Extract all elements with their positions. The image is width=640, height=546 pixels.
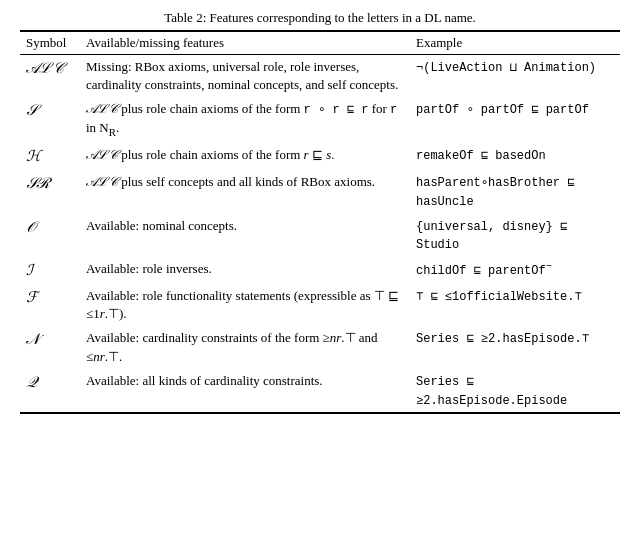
cell-example: ¬(LiveAction ⊔ Animation) [410,55,620,98]
cell-features: 𝒜ℒ𝒞 plus self concepts and all kinds of … [80,170,410,214]
table-row: 𝒮ℛ𝒜ℒ𝒞 plus self concepts and all kinds o… [20,170,620,214]
cell-symbol: ℐ [20,257,80,284]
cell-symbol: ℋ [20,143,80,170]
table-row: 𝒬Available: all kinds of cardinality con… [20,369,620,414]
features-table: Symbol Available/missing features Exampl… [20,30,620,414]
cell-features: 𝒜ℒ𝒞 plus role chain axioms of the form r… [80,97,410,143]
cell-features: Available: all kinds of cardinality cons… [80,369,410,414]
cell-features: Missing: RBox axioms, universal role, ro… [80,55,410,98]
cell-symbol: ℱ [20,284,80,326]
table-row: 𝒜ℒ𝒞Missing: RBox axioms, universal role,… [20,55,620,98]
col-header-example: Example [410,31,620,55]
cell-example: remakeOf ⊑ basedOn [410,143,620,170]
table-row: ℐAvailable: role inverses.childOf ⊑ pare… [20,257,620,284]
cell-example: ⊤ ⊑ ≤1officialWebsite.⊤ [410,284,620,326]
cell-example: childOf ⊑ parentOf− [410,257,620,284]
cell-symbol: 𝒬 [20,369,80,414]
table-row: 𝒩Available: cardinality constraints of t… [20,326,620,368]
cell-example: hasParent∘hasBrother ⊑ hasUncle [410,170,620,214]
table-caption: Table 2: Features corresponding to the l… [20,10,620,26]
cell-features: Available: cardinality constraints of th… [80,326,410,368]
table-row: 𝒮𝒜ℒ𝒞 plus role chain axioms of the form … [20,97,620,143]
cell-features: Available: role functionality statements… [80,284,410,326]
table-header-row: Symbol Available/missing features Exampl… [20,31,620,55]
table-row: ℱAvailable: role functionality statement… [20,284,620,326]
cell-example: partOf ∘ partOf ⊑ partOf [410,97,620,143]
cell-symbol: 𝒩 [20,326,80,368]
cell-features: Available: nominal concepts. [80,214,410,258]
cell-symbol: 𝒮ℛ [20,170,80,214]
cell-example: {universal, disney} ⊑ Studio [410,214,620,258]
col-header-features: Available/missing features [80,31,410,55]
cell-symbol: 𝒜ℒ𝒞 [20,55,80,98]
cell-features: Available: role inverses. [80,257,410,284]
table-row: 𝒪Available: nominal concepts.{universal,… [20,214,620,258]
table-container: Table 2: Features corresponding to the l… [20,10,620,414]
cell-example: Series ⊑ ≥2.hasEpisode.Episode [410,369,620,414]
table-row: ℋ𝒜ℒ𝒞 plus role chain axioms of the form … [20,143,620,170]
cell-example: Series ⊑ ≥2.hasEpisode.⊤ [410,326,620,368]
col-header-symbol: Symbol [20,31,80,55]
cell-symbol: 𝒪 [20,214,80,258]
cell-features: 𝒜ℒ𝒞 plus role chain axioms of the form r… [80,143,410,170]
cell-symbol: 𝒮 [20,97,80,143]
